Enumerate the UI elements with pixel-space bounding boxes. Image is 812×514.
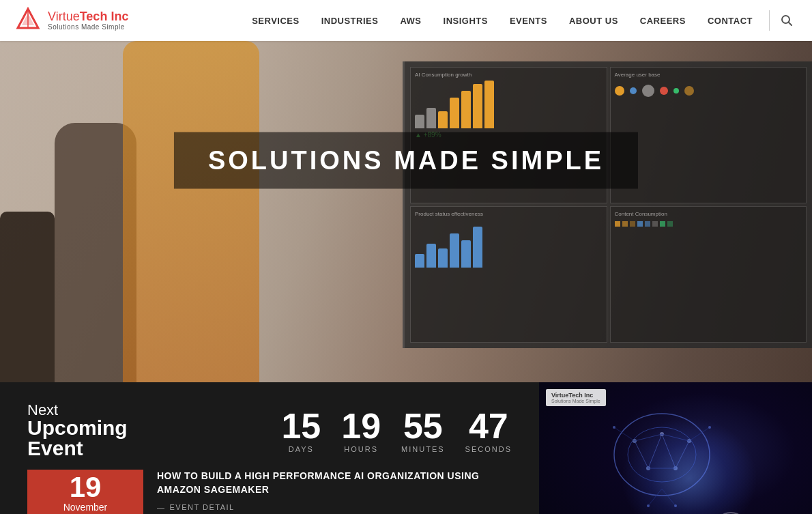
person-silhouette-2 xyxy=(123,41,259,382)
event-info-row: 19 November 2022 HOW TO BUILD A HIGH PER… xyxy=(27,470,512,514)
nav-link-contact[interactable]: CONTACT xyxy=(697,0,764,41)
nav-link-insights[interactable]: INSIGHTS xyxy=(433,0,499,41)
logo-tagline: Solutions Made Simple xyxy=(48,23,128,31)
bar xyxy=(473,84,482,128)
nav-links: SERVICES INDUSTRIES AWS INSIGHTS EVENTS … xyxy=(241,0,798,41)
dash-panel-4-title: Content Consumption xyxy=(615,211,802,217)
days-unit: DAYS xyxy=(289,445,314,453)
bar xyxy=(415,115,424,128)
bar xyxy=(450,98,459,128)
navbar: VirtueTech Inc Solutions Made Simple SER… xyxy=(0,0,812,41)
svg-point-22 xyxy=(708,426,711,429)
countdown-seconds: 47 SECONDS xyxy=(465,408,512,453)
countdown-row: 15 DAYS 19 HOURS 55 MINUTES 47 SECONDS xyxy=(281,408,512,453)
countdown-minutes: 55 MINUTES xyxy=(401,408,445,453)
days-value: 15 xyxy=(281,408,321,444)
svg-line-12 xyxy=(635,441,648,468)
event-detail-link[interactable]: EVENT DETAIL xyxy=(157,503,498,511)
logo[interactable]: VirtueTech Inc Solutions Made Simple xyxy=(14,6,150,35)
cell xyxy=(630,221,635,227)
bar xyxy=(438,111,448,128)
hero-section: AI Consumption growth ▲ +89% Average use… xyxy=(0,41,812,382)
minutes-value: 55 xyxy=(403,408,443,444)
ai-brain-background: VirtueTech Inc Solutions Made Simple xyxy=(539,382,812,514)
event-title: HOW TO BUILD A HIGH PERFORMANCE AI ORGAN… xyxy=(157,470,498,496)
logo-text: VirtueTech Inc Solutions Made Simple xyxy=(48,10,128,31)
dot-chart xyxy=(615,85,802,97)
countdown-hours: 19 HOURS xyxy=(341,408,381,453)
upcoming-event-label: Upcoming Event xyxy=(27,418,158,459)
next-upcoming-block: Next Upcoming Event xyxy=(27,403,158,459)
date-badge: 19 November 2022 xyxy=(27,470,143,514)
hours-value: 19 xyxy=(341,408,381,444)
cell xyxy=(622,221,628,227)
svg-line-14 xyxy=(648,434,662,468)
bar xyxy=(438,248,448,268)
svg-point-26 xyxy=(674,504,677,507)
svg-line-15 xyxy=(662,434,676,468)
nav-link-industries[interactable]: INDUSTRIES xyxy=(310,0,390,41)
date-month: November xyxy=(63,502,108,513)
cell xyxy=(660,221,665,227)
dash-panel-4: Content Consumption xyxy=(610,206,807,343)
bar xyxy=(461,240,471,268)
nav-divider xyxy=(769,10,770,31)
svg-point-25 xyxy=(647,504,650,507)
bar xyxy=(415,254,424,268)
hero-dashboard-panel: AI Consumption growth ▲ +89% Average use… xyxy=(403,61,812,348)
bar xyxy=(473,227,482,268)
dot xyxy=(660,87,668,95)
countdown-days: 15 DAYS xyxy=(281,408,321,453)
minutes-unit: MINUTES xyxy=(401,445,445,453)
dot xyxy=(673,88,679,94)
logo-icon xyxy=(14,6,42,35)
cell xyxy=(637,221,643,227)
nav-link-about-us[interactable]: ABOUT US xyxy=(558,0,629,41)
svg-line-4 xyxy=(789,23,792,26)
dot xyxy=(684,86,694,96)
brain-circuit-icon xyxy=(594,400,730,515)
next-label: Next xyxy=(27,403,158,418)
seconds-unit: SECONDS xyxy=(465,445,512,453)
event-detail-text: EVENT DETAIL xyxy=(170,503,235,511)
svg-point-20 xyxy=(613,426,615,429)
nav-link-careers[interactable]: CAREERS xyxy=(629,0,697,41)
bar xyxy=(450,233,459,268)
svg-line-18 xyxy=(662,434,689,441)
dot xyxy=(615,86,624,96)
hours-unit: HOURS xyxy=(344,445,378,453)
event-section: Next Upcoming Event 15 DAYS 19 HOURS 55 … xyxy=(0,382,812,514)
bar xyxy=(426,108,436,128)
hero-overlay: SOLUTIONS MADE SIMPLE xyxy=(174,132,638,189)
dot xyxy=(630,87,637,94)
date-day: 19 xyxy=(70,473,102,502)
nav-link-events[interactable]: EVENTS xyxy=(499,0,558,41)
cell xyxy=(615,221,620,227)
dash-panel-1-title: AI Consumption growth xyxy=(415,72,603,78)
nav-link-aws[interactable]: AWS xyxy=(389,0,432,41)
bar-chart-1 xyxy=(415,81,603,128)
event-text-block: HOW TO BUILD A HIGH PERFORMANCE AI ORGAN… xyxy=(143,470,512,511)
virtuetech-badge-name: VirtueTech Inc xyxy=(551,392,600,399)
bar xyxy=(484,81,494,128)
svg-line-24 xyxy=(662,489,676,506)
search-icon xyxy=(781,14,793,27)
event-right-panel: VirtueTech Inc Solutions Made Simple xyxy=(539,382,812,514)
dash-panel-2-title: Average user base xyxy=(615,72,802,78)
dot xyxy=(642,85,654,97)
bar xyxy=(426,244,436,268)
cell xyxy=(652,221,658,227)
svg-line-13 xyxy=(676,441,689,468)
dash-panel-3: Product status effectiveness xyxy=(410,206,607,343)
search-button[interactable] xyxy=(775,14,798,27)
event-top-row: Next Upcoming Event 15 DAYS 19 HOURS 55 … xyxy=(27,403,512,459)
logo-company-name: VirtueTech Inc xyxy=(48,10,128,24)
nav-link-services[interactable]: SERVICES xyxy=(241,0,310,41)
svg-line-17 xyxy=(635,434,662,441)
dash-panel-2: Average user base xyxy=(610,67,807,203)
event-left-panel: Next Upcoming Event 15 DAYS 19 HOURS 55 … xyxy=(0,382,539,514)
cell xyxy=(667,221,673,227)
svg-line-23 xyxy=(648,489,662,506)
hero-tagline: SOLUTIONS MADE SIMPLE xyxy=(208,146,604,175)
bar-chart-3 xyxy=(415,220,603,268)
